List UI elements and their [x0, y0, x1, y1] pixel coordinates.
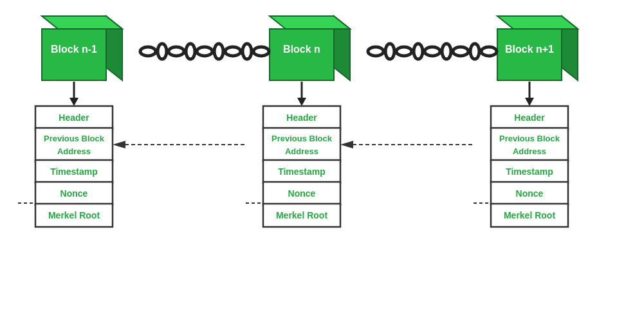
svg-rect-8: [270, 29, 334, 80]
svg-rect-11: [497, 29, 562, 80]
svg-text:Timestamp: Timestamp: [50, 166, 98, 177]
svg-point-12: [140, 47, 156, 56]
block-n-plus-1-label: Block n+1: [505, 44, 554, 55]
svg-point-21: [368, 47, 383, 56]
svg-text:Address: Address: [285, 147, 318, 156]
svg-text:Nonce: Nonce: [60, 188, 88, 199]
svg-point-23: [396, 47, 412, 56]
svg-point-22: [385, 44, 394, 59]
svg-marker-31: [69, 98, 78, 106]
svg-text:Merkel Root: Merkel Root: [504, 210, 555, 220]
svg-marker-33: [297, 98, 306, 106]
b1-header: Header: [59, 112, 89, 123]
svg-point-19: [243, 44, 252, 59]
diagram-svg: Block n-1 Block n Block n+1: [0, 0, 644, 322]
svg-rect-37: [35, 128, 113, 161]
svg-text:Previous Block: Previous Block: [499, 134, 560, 143]
svg-point-29: [481, 47, 497, 56]
svg-point-20: [253, 47, 269, 56]
svg-text:Header: Header: [286, 112, 317, 123]
svg-marker-71: [340, 141, 353, 148]
svg-rect-48: [263, 128, 340, 161]
svg-point-13: [158, 44, 167, 59]
svg-text:Nonce: Nonce: [516, 188, 544, 199]
svg-text:Timestamp: Timestamp: [278, 166, 326, 177]
svg-point-25: [425, 47, 440, 56]
svg-point-24: [414, 44, 423, 59]
svg-text:Previous Block: Previous Block: [44, 134, 105, 143]
svg-marker-7: [270, 16, 350, 29]
svg-point-27: [453, 47, 468, 56]
svg-marker-69: [113, 141, 125, 148]
svg-text:Timestamp: Timestamp: [506, 166, 553, 177]
svg-point-15: [186, 44, 195, 59]
svg-text:Previous Block: Previous Block: [271, 134, 333, 143]
svg-point-16: [197, 47, 212, 56]
svg-point-14: [169, 47, 184, 56]
svg-rect-59: [491, 128, 568, 161]
svg-marker-35: [525, 98, 534, 106]
svg-text:Merkel Root: Merkel Root: [48, 210, 100, 220]
svg-point-26: [442, 44, 451, 59]
svg-point-28: [470, 44, 479, 59]
svg-point-18: [225, 47, 241, 56]
svg-marker-4: [42, 16, 122, 29]
svg-text:Nonce: Nonce: [288, 188, 316, 199]
svg-point-17: [214, 44, 223, 59]
block-n-label: Block n: [283, 44, 320, 55]
svg-text:Merkel Root: Merkel Root: [276, 210, 327, 220]
svg-text:Header: Header: [514, 112, 545, 123]
svg-text:Address: Address: [57, 147, 91, 156]
svg-rect-5: [42, 29, 106, 80]
svg-marker-10: [497, 16, 578, 29]
block-n-minus-1-label: Block n-1: [51, 44, 97, 55]
svg-text:Address: Address: [513, 147, 546, 156]
diagram: Block n-1 Block n Block n+1: [0, 0, 644, 322]
